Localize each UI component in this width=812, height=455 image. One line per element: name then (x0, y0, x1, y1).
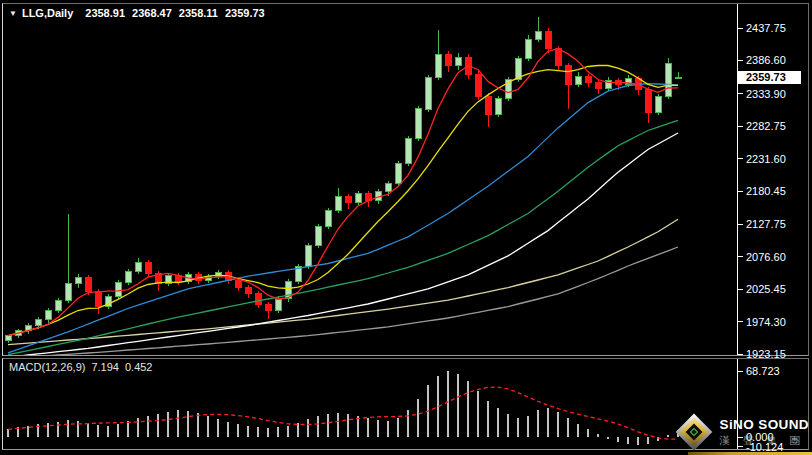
macd-signal-value: 0.452 (125, 361, 153, 373)
logo-title: SiNO SOUND (719, 418, 809, 432)
macd-main-value: 7.194 (91, 361, 119, 373)
high-value: 2368.47 (132, 7, 172, 19)
sino-sound-diamond-icon (677, 415, 711, 449)
current-price-tag: 2359.73 (737, 71, 801, 84)
low-value: 2358.11 (179, 7, 218, 19)
sino-sound-logo-text: SiNO SOUND 漢 聲 集 團 (719, 418, 809, 446)
macd-header: MACD(12,26,9) 7.194 0.452 (9, 361, 158, 373)
sino-sound-logo: SiNO SOUND 漢 聲 集 團 (677, 415, 809, 449)
symbol-dropdown-icon[interactable]: ▼ (9, 9, 17, 18)
price-panel: ▼ LLG,Daily 2358.91 2368.47 2358.11 2359… (2, 3, 809, 356)
open-value: 2358.91 (85, 7, 125, 19)
symbol-period-label: LLG,Daily (22, 7, 73, 19)
close-value: 2359.73 (225, 7, 265, 19)
chart-window: ▼ LLG,Daily 2358.91 2368.47 2358.11 2359… (0, 0, 812, 455)
logo-subtitle: 漢 聲 集 團 (719, 434, 809, 446)
macd-label: MACD(12,26,9) (9, 361, 85, 373)
chart-header: ▼ LLG,Daily 2358.91 2368.47 2358.11 2359… (9, 7, 272, 19)
price-chart[interactable] (3, 4, 808, 355)
